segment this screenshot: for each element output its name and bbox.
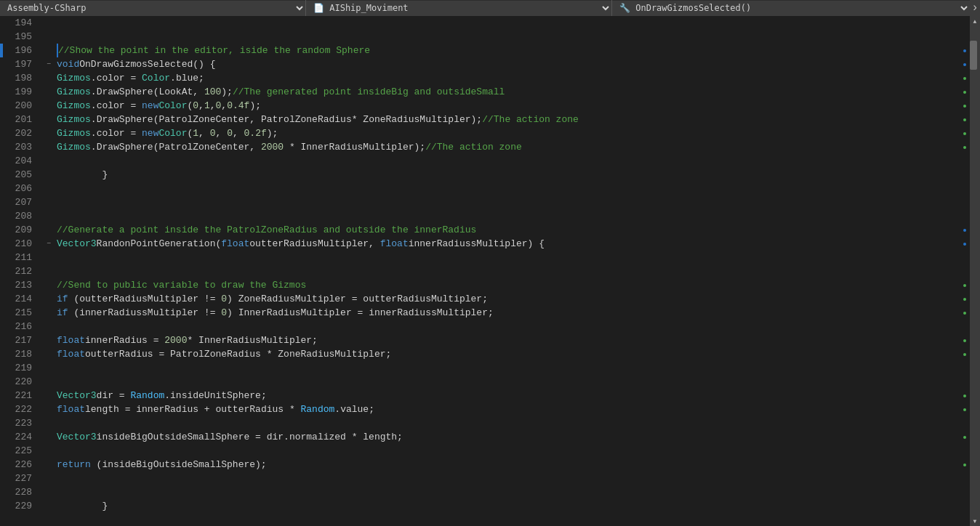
right-indicator-cell <box>960 278 970 292</box>
fold-indicator <box>44 30 54 44</box>
right-indicator-cell <box>960 416 970 430</box>
breakpoint-cell <box>3 237 13 251</box>
line-number: 211 <box>13 251 38 264</box>
fold-indicator <box>44 195 54 209</box>
line-number: 205 <box>13 168 38 182</box>
line-number: 204 <box>13 154 38 168</box>
breakpoint-cell <box>3 195 13 209</box>
code-content: //Show the point in the editor, iside th… <box>54 16 960 526</box>
right-indicator-cell <box>960 361 970 375</box>
breakpoint-cell <box>3 85 13 99</box>
fold-indicator <box>44 264 54 278</box>
line-number: 210 <box>13 237 38 251</box>
fold-indicator <box>44 306 54 320</box>
right-indicator-cell <box>960 154 970 168</box>
right-indicator-cell <box>960 430 970 444</box>
code-line: Gizmos.DrawSphere(PatrolZoneCenter, Patr… <box>57 113 960 126</box>
right-indicator-cell <box>960 209 970 223</box>
right-indicator-cell <box>960 44 970 57</box>
right-indicator-cell <box>960 485 970 499</box>
breakpoint-cell <box>3 472 13 485</box>
toolbar: Assembly-CSharp 📄 AIShip_Moviment 🔧 OnDr… <box>0 0 980 16</box>
code-line: return (insideBigOutsideSmallSphere); <box>57 458 960 472</box>
scroll-up-arrow[interactable]: ▲ <box>970 16 980 26</box>
line-number: 201 <box>13 113 38 126</box>
right-indicator-cell <box>960 30 970 44</box>
method-dropdown[interactable]: 🔧 OnDrawGizmosSelected() <box>612 1 970 15</box>
fold-indicator[interactable]: − <box>44 57 54 71</box>
fold-indicator <box>44 347 54 361</box>
right-indicator-cell <box>960 320 970 333</box>
breakpoint-cell <box>3 458 13 472</box>
code-line <box>57 472 960 485</box>
code-line: } <box>57 499 960 513</box>
line-number: 221 <box>13 389 38 402</box>
line-number: 208 <box>13 209 38 223</box>
code-line <box>57 375 960 389</box>
code-line: float length = innerRadius + outterRadiu… <box>57 402 960 416</box>
fold-indicator <box>44 278 54 292</box>
right-indicator-cell <box>960 375 970 389</box>
fold-indicator <box>44 292 54 306</box>
right-indicator-cell <box>960 85 970 99</box>
breakpoint-cell <box>3 320 13 333</box>
breakpoint-cell <box>3 402 13 416</box>
right-indicator-cell <box>960 347 970 361</box>
line-number: 206 <box>13 182 38 195</box>
breakpoint-cell <box>3 44 13 57</box>
line-number: 218 <box>13 347 38 361</box>
scroll-right-arrow[interactable]: › <box>970 0 980 16</box>
right-indicator-cell <box>960 402 970 416</box>
fold-indicator <box>44 402 54 416</box>
breakpoint-cell <box>3 182 13 195</box>
right-indicator-cell <box>960 333 970 347</box>
code-line: Vector3 RandonPointGeneration(float outt… <box>57 237 960 251</box>
breakpoint-column <box>3 16 13 526</box>
code-line <box>57 209 960 223</box>
code-line: Gizmos.DrawSphere(PatrolZoneCenter, 2000… <box>57 140 960 154</box>
code-line: Gizmos.color = new Color(1, 0, 0, 0.2f); <box>57 126 960 140</box>
assembly-dropdown[interactable]: Assembly-CSharp <box>0 1 305 15</box>
line-number: 207 <box>13 195 38 209</box>
fold-indicator <box>44 444 54 458</box>
line-number: 228 <box>13 485 38 499</box>
fold-indicator <box>44 71 54 85</box>
fold-indicator <box>44 99 54 113</box>
class-dropdown[interactable]: 📄 AIShip_Moviment <box>306 1 611 15</box>
breakpoint-cell <box>3 168 13 182</box>
code-line <box>57 16 960 30</box>
fold-indicator <box>44 458 54 472</box>
code-line: Gizmos.DrawSphere(LookAt, 100);//The gen… <box>57 85 960 99</box>
fold-indicator[interactable]: − <box>44 237 54 251</box>
right-indicator-cell <box>960 57 970 71</box>
fold-indicator <box>44 361 54 375</box>
right-indicators <box>960 16 970 526</box>
scroll-down-arrow[interactable]: ▼ <box>970 516 980 526</box>
breakpoint-cell <box>3 361 13 375</box>
scrollbar[interactable]: ▲ ▼ <box>970 16 980 526</box>
fold-indicator <box>44 168 54 182</box>
line-number: 229 <box>13 499 38 513</box>
right-indicator-cell <box>960 292 970 306</box>
code-line: Vector3 insideBigOutsideSmallSphere = di… <box>57 430 960 444</box>
right-indicator-cell <box>960 195 970 209</box>
right-indicator-cell <box>960 306 970 320</box>
breakpoint-cell <box>3 333 13 347</box>
code-line <box>57 195 960 209</box>
line-number: 194 <box>13 16 38 30</box>
fold-indicator <box>44 223 54 237</box>
scrollbar-thumb[interactable] <box>970 41 977 70</box>
breakpoint-cell <box>3 499 13 513</box>
line-number: 217 <box>13 333 38 347</box>
fold-indicator <box>44 472 54 485</box>
code-line: //Send to public variable to draw the Gi… <box>57 278 960 292</box>
fold-indicator <box>44 126 54 140</box>
code-line: void OnDrawGizmosSelected() { <box>57 57 960 71</box>
line-number: 200 <box>13 99 38 113</box>
line-number: 199 <box>13 85 38 99</box>
right-indicator-cell <box>960 251 970 264</box>
line-number: 195 <box>13 30 38 44</box>
code-line <box>57 182 960 195</box>
breakpoint-cell <box>3 57 13 71</box>
fold-indicator <box>44 154 54 168</box>
